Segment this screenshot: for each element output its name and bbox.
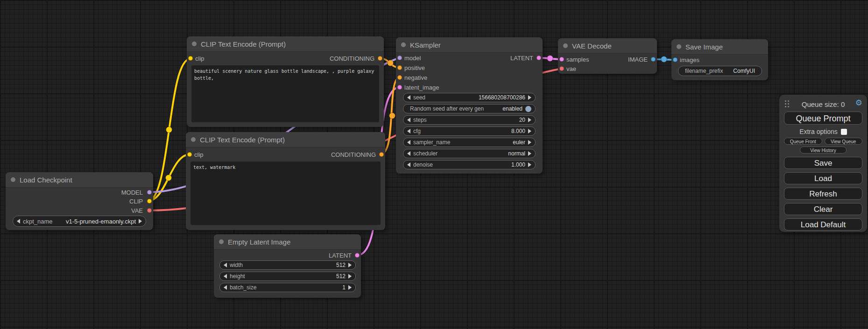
node-empty-latent-image[interactable]: Empty Latent Image LATENT width 512 heig… [214,234,361,298]
node-collapse-dot-icon[interactable] [219,239,224,244]
prev-value-arrow-icon[interactable] [407,140,410,145]
output-slot-conditioning[interactable] [378,56,382,61]
node-title: Load Checkpoint [20,176,72,184]
increment-arrow-icon[interactable] [528,118,531,122]
queue-size-label: Queue size: 0 [802,100,845,108]
queue-front-button[interactable]: Queue Front [784,138,822,145]
input-slot-clip[interactable] [188,56,193,61]
next-value-arrow-icon[interactable] [528,140,531,145]
decrement-arrow-icon[interactable] [224,285,227,290]
seed-widget[interactable]: seed 156680208700286 [403,93,536,102]
sampler-name-widget[interactable]: sampler_name euler [403,138,536,147]
prompt-textarea[interactable]: beautiful scenery nature glass bottle la… [191,65,379,122]
node-title-bar[interactable]: CLIP Text Encode (Prompt) [187,36,384,52]
node-collapse-dot-icon[interactable] [401,42,406,47]
node-collapse-dot-icon[interactable] [11,177,15,182]
widget-label: denoise [413,161,433,168]
node-title-bar[interactable]: VAE Decode [558,38,657,54]
filename-prefix-widget[interactable]: filename_prefix ComfyUI [678,66,762,76]
output-label-vae: VAE [131,207,143,215]
input-slot-positive[interactable] [397,65,402,70]
decrement-arrow-icon[interactable] [407,118,410,122]
increment-arrow-icon[interactable] [528,95,531,100]
queue-prompt-button[interactable]: Queue Prompt [784,112,862,125]
decrement-arrow-icon[interactable] [407,129,410,133]
extra-options-checkbox[interactable] [841,129,847,135]
node-clip-text-encode-positive[interactable]: CLIP Text Encode (Prompt) clip CONDITION… [187,36,384,127]
node-collapse-dot-icon[interactable] [192,42,197,46]
node-collapse-dot-icon[interactable] [677,44,681,49]
load-default-button[interactable]: Load Default [784,218,862,231]
node-save-image[interactable]: Save Image images filename_prefix ComfyU… [671,39,768,80]
prev-value-arrow-icon[interactable] [17,219,20,224]
node-title-bar[interactable]: CLIP Text Encode (Prompt) [186,132,385,147]
clear-button[interactable]: Clear [784,203,862,215]
node-vae-decode[interactable]: VAE Decode samples vae IMAGE [558,38,657,74]
node-load-checkpoint[interactable]: Load Checkpoint MODEL CLIP VAE ckpt_name… [6,172,153,230]
view-history-button[interactable]: View History [800,147,847,154]
decrement-arrow-icon[interactable] [407,95,410,100]
input-slot-images[interactable] [673,57,677,62]
output-slot-vae[interactable] [147,208,152,213]
refresh-button[interactable]: Refresh [784,188,862,200]
input-slot-latent-image[interactable] [397,85,402,90]
cfg-widget[interactable]: cfg 8.000 [403,126,536,136]
ckpt-name-widget[interactable]: ckpt_name v1-5-pruned-emaonly.ckpt [13,216,146,227]
drag-handle-icon[interactable] [785,100,786,102]
output-slot-image[interactable] [651,57,656,62]
widget-value: 8.000 [511,128,525,134]
width-widget[interactable]: width 512 [219,260,356,270]
output-slot-latent[interactable] [536,56,541,60]
denoise-widget[interactable]: denoise 1.000 [403,160,536,169]
increment-arrow-icon[interactable] [348,263,352,267]
random-seed-toggle-widget[interactable]: Random seed after every gen enabled [403,104,536,113]
output-label-conditioning: CONDITIONING [331,151,376,159]
batch-size-widget[interactable]: batch_size 1 [219,283,356,292]
node-title-bar[interactable]: Load Checkpoint [6,172,153,188]
node-graph-canvas[interactable]: Load Checkpoint MODEL CLIP VAE ckpt_name… [0,0,868,329]
output-label-model: MODEL [121,189,143,196]
node-ksampler[interactable]: KSampler model positive negative latent_… [396,37,543,174]
output-label-image: IMAGE [628,56,648,63]
output-slot-model[interactable] [147,190,152,195]
increment-arrow-icon[interactable] [348,285,352,290]
node-clip-text-encode-negative[interactable]: CLIP Text Encode (Prompt) clip CONDITION… [186,132,385,230]
load-button[interactable]: Load [784,172,862,184]
input-slot-model[interactable] [397,56,402,60]
decrement-arrow-icon[interactable] [224,274,227,279]
widget-label: Random seed after every gen [410,105,484,112]
increment-arrow-icon[interactable] [348,274,352,279]
node-title-bar[interactable]: KSampler [396,37,543,53]
decrement-arrow-icon[interactable] [224,263,227,267]
increment-arrow-icon[interactable] [528,162,531,167]
toggle-enabled-icon[interactable] [525,106,531,112]
steps-widget[interactable]: steps 20 [403,115,536,125]
save-button[interactable]: Save [784,157,862,169]
node-title-bar[interactable]: Save Image [671,39,768,55]
height-widget[interactable]: height 512 [219,272,356,281]
node-title-bar[interactable]: Empty Latent Image [214,234,361,250]
output-slot-latent[interactable] [355,253,360,258]
prompt-textarea[interactable]: text, watermark [191,161,381,225]
settings-gear-icon[interactable]: ⚙ [855,98,862,108]
decrement-arrow-icon[interactable] [407,162,410,167]
next-value-arrow-icon[interactable] [528,151,531,156]
input-slot-clip[interactable] [187,152,192,157]
input-label-vae: vae [566,65,576,73]
next-value-arrow-icon[interactable] [139,219,142,224]
widget-value: ComfyUI [733,68,755,74]
node-collapse-dot-icon[interactable] [191,137,196,142]
prev-value-arrow-icon[interactable] [407,151,410,156]
view-queue-button[interactable]: View Queue [825,138,863,145]
scheduler-widget[interactable]: scheduler normal [403,149,536,158]
queue-panel: Queue size: 0 ⚙ Queue Prompt Extra optio… [779,95,867,232]
output-slot-clip[interactable] [147,199,152,203]
input-slot-vae[interactable] [559,66,564,71]
node-collapse-dot-icon[interactable] [563,43,568,48]
output-label-conditioning: CONDITIONING [330,55,374,63]
widget-value: 512 [336,262,346,268]
input-slot-negative[interactable] [397,75,402,80]
increment-arrow-icon[interactable] [528,129,531,133]
output-slot-conditioning[interactable] [379,152,384,157]
input-slot-samples[interactable] [559,57,564,62]
